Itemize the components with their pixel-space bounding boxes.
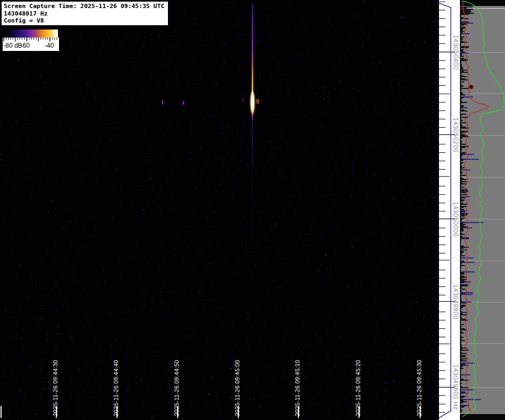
colorbar-label-max: -40 xyxy=(45,42,54,49)
spectrogram-waterfall xyxy=(0,0,439,420)
time-axis-label: 2025-11-26 09:45:30 xyxy=(416,360,422,416)
frequency-axis-label: 143049800 xyxy=(452,284,459,319)
frequency-axis-label: 143049600 Hz xyxy=(452,364,459,410)
frequency-axis-label: 143050400 xyxy=(452,35,459,70)
colorbar-ruler-ticks xyxy=(3,38,59,42)
center-frequency-text: 143048017 Hz xyxy=(4,10,166,18)
capture-info-box: Screen Capture Time: 2025-11-26 09:45:35… xyxy=(1,1,169,26)
frequency-axis-label: 143050000 xyxy=(452,202,459,237)
time-axis-label: 2025-11-26 09:44:50 xyxy=(173,360,180,416)
colorbar-labels: -80 dB -60 -40 xyxy=(3,42,59,51)
intensity-colorbar: -80 dB -60 -40 xyxy=(3,28,59,51)
time-axis-label: 2025-11-26 09:45:00 xyxy=(234,360,240,416)
spectrum-side-panel xyxy=(460,0,505,420)
config-text: Config = V8 xyxy=(4,17,166,25)
spectrum-marker-dot xyxy=(470,85,473,89)
colorbar-label-mid: -60 xyxy=(20,42,30,49)
radio-meteor-spectrogram-capture: Screen Capture Time: 2025-11-26 09:45:35… xyxy=(0,0,505,420)
colorbar-tick-marks xyxy=(4,38,57,42)
colorbar-gradient xyxy=(4,30,58,38)
time-axis-label: 2025-11-26 09:44:40 xyxy=(113,360,119,416)
time-axis-label: 2025-11-26 09:44:30 xyxy=(52,360,58,416)
colorbar-label-min: -80 dB xyxy=(3,42,22,49)
frequency-axis-label: 143050200 xyxy=(452,117,459,152)
capture-time-text: Screen Capture Time: 2025-11-26 09:45:35… xyxy=(4,3,166,10)
time-axis-label: 2025-11-26 09:45:20 xyxy=(355,360,361,416)
time-axis-label: 2025-11-26 09:45:10 xyxy=(294,360,301,416)
